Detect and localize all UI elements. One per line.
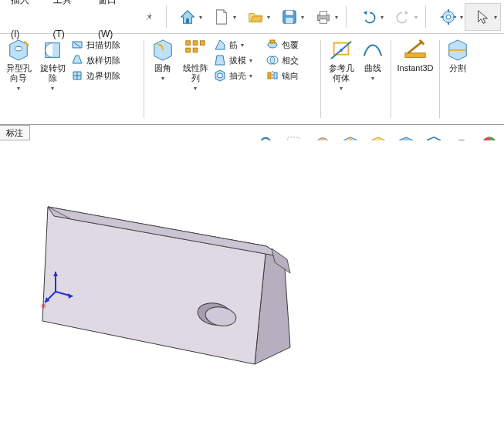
- revolve-cut-icon: [41, 39, 64, 62]
- options-button[interactable]: ▾: [432, 5, 465, 29]
- print-button[interactable]: ▾: [307, 5, 340, 29]
- new-button[interactable]: ▾: [205, 5, 238, 29]
- sweep-cut-icon: [71, 39, 83, 51]
- draft-button[interactable]: 拔模▾: [214, 54, 263, 66]
- open-icon: [247, 8, 264, 25]
- linear-pattern-label: 线性阵 列: [183, 63, 208, 83]
- ribbon-toolbar: 异型孔 向导 ▾ 旋转切 除 ▾ 扫描切除 放样切除 边界切除 圆角 ▾ 线性阵…: [0, 34, 504, 125]
- 3d-viewport[interactable]: ✳: [0, 140, 504, 446]
- split-button[interactable]: 分割: [443, 37, 472, 124]
- save-icon: [281, 8, 298, 25]
- svg-rect-2: [286, 10, 293, 15]
- undo-button[interactable]: ▾: [353, 5, 385, 29]
- open-button[interactable]: ▾: [239, 5, 272, 29]
- chevron-down-icon: ▾: [241, 42, 244, 49]
- svg-rect-5: [320, 11, 326, 15]
- loft-cut-button[interactable]: 放样切除: [71, 54, 139, 66]
- rib-button[interactable]: 筋▾: [214, 39, 263, 51]
- save-button[interactable]: ▾: [273, 5, 306, 29]
- chevron-down-icon: ▾: [381, 13, 384, 20]
- chevron-down-icon: ▾: [194, 85, 197, 92]
- sweep-cut-button[interactable]: 扫描切除: [71, 39, 139, 51]
- intersect-button[interactable]: 相交: [266, 54, 316, 66]
- hole-wizard-icon: [7, 39, 30, 62]
- svg-rect-20: [270, 40, 275, 43]
- linear-pattern-icon: [184, 39, 207, 62]
- svg-rect-0: [186, 18, 189, 22]
- mirror-label: 镜向: [282, 70, 299, 82]
- menu-bar: 插入(I) 工具(T) 窗口(W) ▾ ▾ ▾ ▾ ▾ ▾: [0, 0, 504, 34]
- shell-label: 抽壳: [229, 70, 246, 82]
- boundary-cut-button[interactable]: 边界切除: [71, 69, 139, 82]
- new-file-icon: [213, 8, 230, 25]
- separator: [425, 6, 426, 28]
- wrap-icon: [266, 39, 279, 51]
- separator: [346, 6, 347, 28]
- curves-icon: [361, 39, 384, 62]
- quick-access-toolbar: ▾ ▾ ▾ ▾ ▾ ▾ ▾ ▾: [171, 5, 465, 29]
- print-icon: [315, 8, 332, 25]
- chevron-down-icon: ▾: [233, 13, 236, 20]
- curves-button[interactable]: 曲线 ▾: [358, 37, 387, 124]
- draft-label: 拔模: [229, 55, 246, 66]
- fillet-button[interactable]: 圆角 ▾: [147, 37, 178, 124]
- ref-geometry-button[interactable]: 参考几 何体 ▾: [324, 37, 358, 124]
- ref-geometry-icon: [330, 39, 353, 62]
- svg-point-28: [340, 49, 343, 52]
- rib-icon: [214, 39, 226, 51]
- undo-icon: [360, 8, 377, 25]
- revolve-cut-button[interactable]: 旋转切 除 ▾: [36, 37, 69, 124]
- curves-label: 曲线: [364, 63, 381, 73]
- split-icon: [446, 39, 469, 62]
- svg-point-8: [446, 15, 451, 19]
- chevron-down-icon: ▾: [460, 13, 463, 20]
- draft-icon: [214, 54, 226, 66]
- chevron-down-icon: ▾: [161, 75, 164, 82]
- svg-rect-6: [320, 19, 326, 23]
- shell-icon: [214, 69, 226, 82]
- features-group-1: 筋▾ 拔模▾ 抽壳▾: [212, 37, 265, 124]
- mirror-button[interactable]: 镜向: [266, 69, 316, 82]
- pin-icon[interactable]: [144, 12, 155, 22]
- chevron-down-icon: ▾: [51, 85, 54, 92]
- separator: [144, 40, 144, 118]
- revolve-cut-label: 旋转切 除: [40, 63, 66, 83]
- chevron-down-icon: ▾: [340, 85, 343, 92]
- split-label: 分割: [449, 63, 466, 73]
- redo-button[interactable]: ▾: [387, 5, 419, 29]
- home-button[interactable]: ▾: [171, 5, 204, 29]
- cut-methods-group: 扫描切除 放样切除 边界切除: [69, 37, 140, 124]
- instant3d-icon: [404, 39, 427, 62]
- shell-button[interactable]: 抽壳▾: [214, 69, 263, 82]
- wrap-label: 包覆: [282, 39, 299, 51]
- svg-rect-17: [186, 48, 191, 52]
- home-icon: [179, 8, 196, 25]
- separator: [439, 40, 440, 118]
- chevron-down-icon: ▾: [249, 73, 252, 79]
- chevron-down-icon: ▾: [267, 13, 270, 20]
- instant3d-button[interactable]: Instant3D: [394, 37, 436, 124]
- tab-annotate[interactable]: 标注: [0, 125, 30, 140]
- hole-wizard-button[interactable]: 异型孔 向导 ▾: [2, 37, 36, 124]
- linear-pattern-button[interactable]: 线性阵 列 ▾: [178, 37, 212, 124]
- gear-icon: [440, 8, 457, 25]
- redo-icon: [394, 8, 411, 25]
- chevron-down-icon: ▾: [17, 85, 20, 92]
- chevron-down-icon: ▾: [371, 75, 374, 82]
- svg-rect-14: [186, 41, 191, 46]
- chevron-down-icon: ▾: [414, 13, 418, 20]
- chevron-down-icon: ▾: [199, 13, 202, 20]
- sweep-cut-label: 扫描切除: [86, 39, 120, 51]
- intersect-label: 相交: [282, 55, 299, 66]
- svg-text:✳: ✳: [40, 302, 46, 310]
- cursor-icon: [475, 8, 492, 25]
- select-tool-button[interactable]: ▾: [465, 3, 501, 31]
- wrap-button[interactable]: 包覆: [266, 39, 316, 51]
- boundary-cut-icon: [71, 69, 83, 82]
- svg-rect-23: [268, 73, 271, 79]
- instant3d-label: Instant3D: [397, 63, 433, 73]
- svg-rect-18: [193, 48, 198, 52]
- features-group-2: 包覆 相交 镜向: [265, 37, 317, 124]
- chevron-down-icon: ▾: [301, 13, 304, 20]
- fillet-label: 圆角: [154, 63, 171, 73]
